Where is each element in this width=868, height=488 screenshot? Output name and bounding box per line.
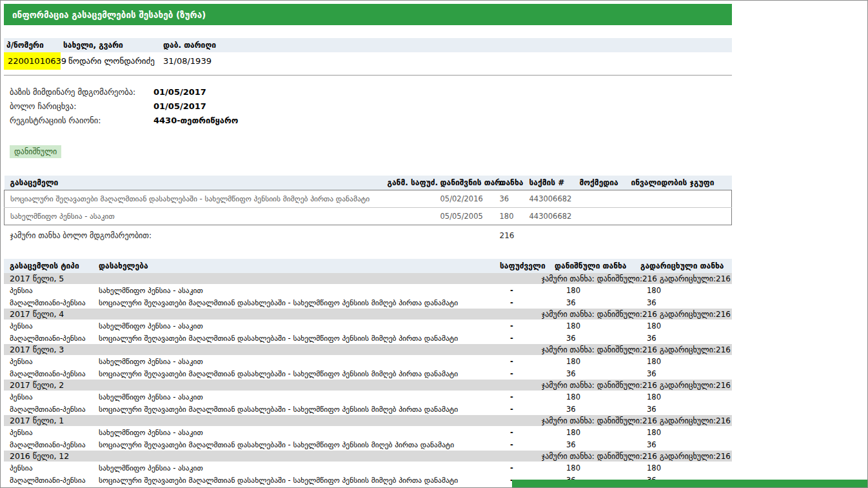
personal-number-highlight: 22001010639 xyxy=(4,52,61,70)
assigned-total-label: ჯამური თანხა ბოლო მდგომარეობით: xyxy=(5,225,497,247)
month-summary: ჯამური თანხა:დანიშნული:216გადარიცხული:21… xyxy=(497,344,732,355)
payment-basis: - xyxy=(497,320,552,332)
payment-basis: - xyxy=(497,355,552,367)
month-assigned-total: 216 xyxy=(642,452,657,461)
payment-name: სოციალური შეღავათები მაღალმთიან დასახლებ… xyxy=(96,367,497,380)
payment-basis: - xyxy=(497,426,552,438)
assigned-row-disability xyxy=(629,208,732,225)
month-label: 2017 წელი, 4 xyxy=(4,309,497,320)
assigned-col-name: გასაცემელი xyxy=(5,176,385,190)
assigned-row-disability xyxy=(629,190,732,208)
assigned-table-row: სახელმწიფო პენსია - ასაკით 05/05/2005 18… xyxy=(5,208,732,225)
month-summary: ჯამური თანხა:დანიშნული:216გადარიცხული:21… xyxy=(497,309,732,320)
monthly-table-body: 2017 წელი, 5 ჯამური თანხა:დანიშნული:216გ… xyxy=(4,273,732,486)
payment-transferred-amount: 180 xyxy=(638,462,732,474)
payment-name: სოციალური შეღავათები მაღალმთიან დასახლებ… xyxy=(96,474,497,486)
monthly-payment-row: პენსია სახელმწიფო პენსია - ასაკით - 180 … xyxy=(4,426,732,438)
assigned-table-header: გასაცემელი განმ. საფუძ. დანიშვნის თარ. თ… xyxy=(5,176,732,190)
month-transferred-total: 216 xyxy=(716,381,731,390)
payment-transferred-amount: 180 xyxy=(638,355,732,367)
payment-name: სახელმწიფო პენსია - ასაკით xyxy=(96,462,497,474)
page-title: ინფორმაცია გასაცემლების შესახებ (ზურა) xyxy=(12,10,206,20)
person-col-birth: დაბ. თარიღი xyxy=(161,38,264,52)
person-col-id: პ/ნომერი xyxy=(4,38,61,52)
month-header-row: 2016 წელი, 12 ჯამური თანხა:დანიშნული:216… xyxy=(4,451,732,462)
assigned-row-basis xyxy=(385,208,438,225)
payment-type: პენსია xyxy=(4,391,96,403)
payment-name: სახელმწიფო პენსია - ასაკით xyxy=(96,320,497,332)
monthly-table-header: გასაცემლის ტიპი დასახელება საფუძველი დან… xyxy=(4,259,732,273)
monthly-payment-row: მაღალმთიანი-პენსია სოციალური შეღავათები … xyxy=(4,296,732,309)
payment-type: მაღალმთიანი-პენსია xyxy=(4,367,96,380)
section-title-bar: ინფორმაცია გასაცემლების შესახებ (ზურა) xyxy=(4,4,732,25)
assigned-row-name: სოციალური შეღავათები მაღალმთიან დასახლებ… xyxy=(5,190,385,208)
payment-name: სოციალური შეღავათები მაღალმთიან დასახლებ… xyxy=(96,332,497,344)
payment-name: სოციალური შეღავათები მაღალმთიან დასახლებ… xyxy=(96,403,497,415)
monthly-payment-row: მაღალმთიანი-პენსია სოციალური შეღავათები … xyxy=(4,367,732,380)
month-header-row: 2017 წელი, 2 ჯამური თანხა:დანიშნული:216გ… xyxy=(4,380,732,391)
month-label: 2017 წელი, 5 xyxy=(4,273,497,284)
payment-name: სოციალური შეღავათები მაღალმთიან დასახლებ… xyxy=(96,296,497,309)
status-label: რეგისტრაციის რაიონი: xyxy=(4,116,153,125)
payment-assigned-amount: 180 xyxy=(552,320,638,332)
monthly-payment-row: პენსია სახელმწიფო პენსია - ასაკით - 180 … xyxy=(4,391,732,403)
assigned-col-case: საქმის # xyxy=(527,176,577,190)
month-transferred-label: გადარიცხული: xyxy=(660,416,716,425)
month-total-label: ჯამური თანხა: xyxy=(542,381,595,390)
payment-basis: - xyxy=(497,284,552,296)
content-area: პ/ნომერი სახელი, გვარი დაბ. თარიღი 22001… xyxy=(4,38,732,486)
payment-name: სოციალური შეღავათები მაღალმთიან დასახლებ… xyxy=(96,438,497,451)
payment-type: მაღალმთიანი-პენსია xyxy=(4,296,96,309)
monthly-payment-row: მაღალმთიანი-პენსია სოციალური შეღავათები … xyxy=(4,438,732,451)
status-section: ბაზის მიმდინარე მდგომარეობა: 01/05/2017 … xyxy=(4,85,732,127)
month-label: 2017 წელი, 1 xyxy=(4,415,497,426)
payment-basis: - xyxy=(497,391,552,403)
assigned-row-amount: 36 xyxy=(497,190,527,208)
payment-type: მაღალმთიანი-პენსია xyxy=(4,403,96,415)
payment-type: მაღალმთიანი-პენსია xyxy=(4,474,96,486)
month-assigned-label: დანიშნული: xyxy=(597,452,642,461)
month-total-label: ჯამური თანხა: xyxy=(542,310,595,319)
assigned-row-active xyxy=(577,190,629,208)
month-transferred-total: 216 xyxy=(716,452,731,461)
monthly-payment-row: პენსია სახელმწიფო პენსია - ასაკით - 180 … xyxy=(4,284,732,296)
payment-name: სახელმწიფო პენსია - ასაკით xyxy=(96,284,497,296)
payment-transferred-amount: 36 xyxy=(638,332,732,344)
month-transferred-label: გადარიცხული: xyxy=(660,345,716,354)
month-assigned-label: დანიშნული: xyxy=(597,416,642,425)
status-label: ბოლო ჩარიცხვა: xyxy=(4,101,153,111)
payment-type: პენსია xyxy=(4,426,96,438)
assigned-row-case: 443006682 xyxy=(527,208,577,225)
month-transferred-total: 216 xyxy=(716,310,731,319)
month-header-row: 2017 წელი, 4 ჯამური თანხა:დანიშნული:216გ… xyxy=(4,309,732,320)
assigned-row-name: სახელმწიფო პენსია - ასაკით xyxy=(5,208,385,225)
month-assigned-label: დანიშნული: xyxy=(597,310,642,319)
payment-type: მაღალმთიანი-პენსია xyxy=(4,438,96,451)
month-transferred-label: გადარიცხული: xyxy=(660,310,716,319)
monthly-col-assigned: დანიშნული თანხა xyxy=(552,259,638,273)
person-row: 22001010639 წოდარი ლონდარიძე 31/08/1939 xyxy=(4,52,732,70)
month-transferred-label: გადარიცხული: xyxy=(660,452,716,461)
month-assigned-total: 216 xyxy=(642,345,657,354)
assigned-row-case: 443006682 xyxy=(527,190,577,208)
status-label: ბაზის მიმდინარე მდგომარეობა: xyxy=(4,87,153,97)
payment-assigned-amount: 36 xyxy=(552,296,638,309)
person-table-header: პ/ნომერი სახელი, გვარი დაბ. თარიღი xyxy=(4,38,732,52)
payment-type: მაღალმთიანი-პენსია xyxy=(4,332,96,344)
payment-basis: - xyxy=(497,332,552,344)
payment-assigned-amount: 180 xyxy=(552,426,638,438)
month-assigned-label: დანიშნული: xyxy=(597,274,642,283)
month-summary: ჯამური თანხა:დანიშნული:216გადარიცხული:21… xyxy=(497,451,732,462)
month-assigned-label: დანიშნული: xyxy=(597,381,642,390)
month-assigned-total: 216 xyxy=(642,381,657,390)
assigned-table-body: სოციალური შეღავათები მაღალმთიან დასახლებ… xyxy=(5,190,732,225)
month-total-label: ჯამური თანხა: xyxy=(542,345,595,354)
monthly-payment-row: პენსია სახელმწიფო პენსია - ასაკით - 180 … xyxy=(4,462,732,474)
person-table: პ/ნომერი სახელი, გვარი დაბ. თარიღი 22001… xyxy=(4,38,732,70)
assigned-total-value: 216 xyxy=(497,225,527,247)
month-total-label: ჯამური თანხა: xyxy=(542,274,595,283)
payment-assigned-amount: 36 xyxy=(552,438,638,451)
payment-basis: - xyxy=(497,367,552,380)
monthly-payment-row: პენსია სახელმწიფო პენსია - ასაკით - 180 … xyxy=(4,320,732,332)
payment-basis: - xyxy=(497,438,552,451)
